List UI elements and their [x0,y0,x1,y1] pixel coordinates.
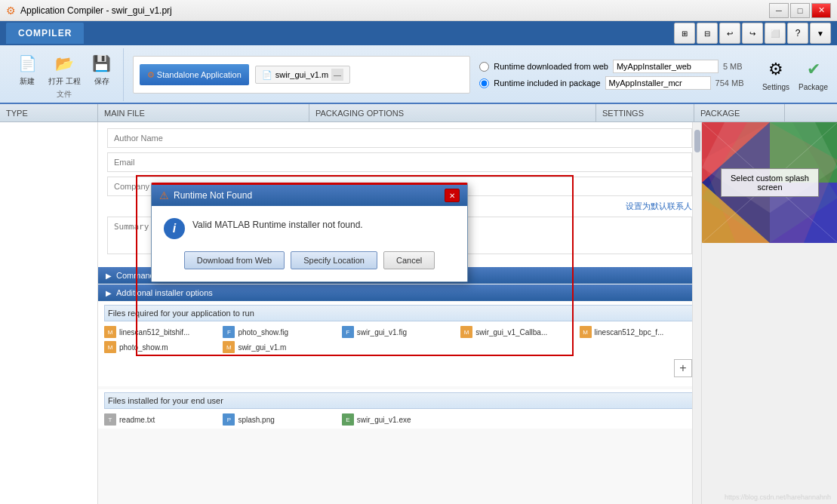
packaging-header: PACKAGING OPTIONS [309,104,596,121]
dialog-box: ⚠ Runtime Not Found ✕ i Valid MATLAB Run… [151,183,468,282]
app-type-section: ⚙ Standalone Application 📄 swir_gui_v1.m… [133,56,471,94]
file-icon-png: P [223,413,235,426]
list-item[interactable]: P splash.png [223,413,338,426]
list-item[interactable]: T readme.txt [104,413,220,426]
author-input[interactable] [107,128,692,148]
watermark: https://blog.csdn.net/harehannahnh [725,493,831,501]
file-group: 📄 新建 📂 打开 工程 💾 保存 文件 [6,48,124,101]
email-input[interactable] [107,152,692,172]
column-headers: TYPE MAIN FILE PACKAGING OPTIONS SETTING… [0,104,837,122]
dialog-body: i Valid MATLAB Runtime installer not fou… [152,206,467,281]
new-button[interactable]: 📄 新建 [12,50,42,88]
remove-file-button[interactable]: — [331,69,343,81]
runtime-web-option: Runtime downloaded from web 5 MB [479,60,753,73]
chevron-right-icon: ▶ [106,272,112,280]
ribbon: COMPILER ⊞ ⊟ ↩ ↪ ⬜ ? ▼ 📄 新建 📂 打开 工程 [0,21,837,104]
file-icon-m-4: M [104,341,116,353]
settings-icon: ⚙ [764,57,788,81]
runtime-package-option: Runtime included in package 754 MB [479,76,753,90]
runtime-not-found-dialog: ⚠ Runtime Not Found ✕ i Valid MATLAB Run… [151,183,468,282]
files-installed-title: Files installed for your end user [104,392,695,409]
download-from-web-button[interactable]: Download from Web [184,251,285,269]
scrollbar-thumb [694,130,700,152]
minimize-button[interactable]: ─ [769,3,789,18]
settings-button[interactable]: ⚙ Settings [759,56,792,94]
open-button[interactable]: 📂 打开 工程 [45,50,84,88]
file-icon-txt: T [104,413,116,426]
main-file-tag: 📄 swir_gui_v1.m — [255,66,350,84]
list-item[interactable]: M linescan512_bpc_f... [580,326,695,338]
type-header: TYPE [0,104,98,121]
toolbar-btn-5[interactable]: ⬜ [765,23,786,44]
settings-header: SETTINGS [596,104,694,121]
file-icon: 📄 [262,70,272,80]
close-button[interactable]: ✕ [811,3,831,18]
help-button[interactable]: ? [787,23,808,44]
runtime-package-radio[interactable] [479,78,489,88]
chevron-right-icon-2: ▶ [106,289,112,297]
runtime-package-input[interactable] [605,76,711,90]
title-bar: ⚙ Application Compiler - swir_gui_v1.prj… [0,0,837,21]
app-icon: ⚙ [6,5,16,17]
dialog-buttons: Download from Web Specify Location Cance… [164,251,455,272]
toolbar-btn-3[interactable]: ↩ [719,23,740,44]
specify-location-button[interactable]: Specify Location [291,251,377,269]
package-button[interactable]: ✔ Package [795,56,831,94]
ribbon-settings-btn[interactable]: ▼ [810,23,831,44]
right-panel: Select custom splash screen [701,122,837,504]
window-title: Application Compiler - swir_gui_v1.prj [20,5,172,16]
splash-preview: Select custom splash screen [702,122,837,243]
open-icon: 📂 [52,51,76,75]
files-installed-section: Files installed for your end user T read… [98,389,701,429]
cancel-button[interactable]: Cancel [383,251,435,269]
info-icon: i [164,218,185,239]
dialog-title: Runtime Not Found [174,190,252,201]
select-splash-button[interactable]: Select custom splash screen [721,168,819,197]
package-icon: ✔ [802,57,826,81]
toolbar-btn-2[interactable]: ⊟ [697,23,718,44]
app-type-button[interactable]: ⚙ Standalone Application [140,64,249,85]
file-icon-exe: E [342,413,354,426]
list-item[interactable]: E swir_gui_v1.exe [342,413,457,426]
dialog-close-button[interactable]: ✕ [445,189,460,202]
window-controls: ─ □ ✕ [769,3,831,18]
runtime-web-radio[interactable] [479,62,489,72]
main-file-header: MAIN FILE [98,104,309,121]
toolbar-btn-1[interactable]: ⊞ [674,23,695,44]
left-panel [0,122,98,504]
scrollbar[interactable] [692,122,701,504]
package-header: PACKAGE [694,104,785,121]
save-icon: 💾 [90,51,114,75]
save-button[interactable]: 💾 保存 [87,50,117,88]
file-icon-m: M [104,326,116,338]
dialog-message-text: Valid MATLAB Runtime installer not found… [192,218,363,232]
ribbon-tabs: COMPILER ⊞ ⊟ ↩ ↪ ⬜ ? ▼ [0,21,837,45]
add-file-button[interactable]: + [674,359,692,377]
file-icon-m-3: M [580,326,592,338]
files-installed-grid: T readme.txt P splash.png E swir_gui_v1.… [104,413,695,426]
toolbar-btn-4[interactable]: ↪ [742,23,763,44]
matlab-icon: ⚠ [159,189,169,201]
maximize-button[interactable]: □ [790,3,810,18]
new-icon: 📄 [15,51,39,75]
compiler-tab[interactable]: COMPILER [6,23,84,44]
dialog-title-bar: ⚠ Runtime Not Found ✕ [152,185,467,206]
runtime-web-input[interactable] [613,60,719,73]
